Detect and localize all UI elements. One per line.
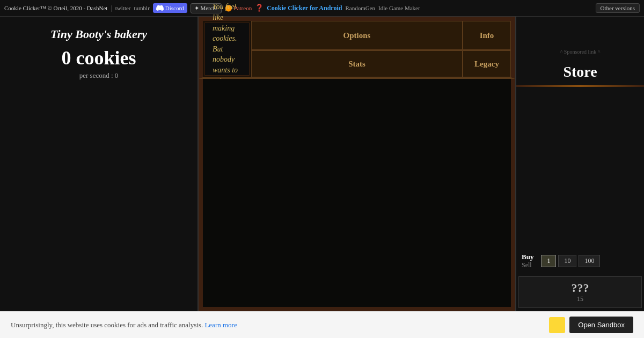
middle-panel: Options You feel like making cookies. Bu… <box>199 17 515 311</box>
sponsored-link: ^ Sponsored link ^ <box>516 17 644 59</box>
qty-10-button[interactable]: 10 <box>558 255 576 267</box>
open-sandbox-button[interactable]: Open Sandbox <box>569 317 633 333</box>
topbar: Cookie Clicker™ © Orteil, 2020 - DashNet… <box>0 0 644 17</box>
android-link[interactable]: Cookie Clicker for Android <box>267 4 342 12</box>
cookie-banner: Unsurprisingly, this website uses cookie… <box>0 311 644 338</box>
tumblr-link[interactable]: tumblr <box>134 5 149 11</box>
tab-info[interactable]: Info <box>463 21 511 50</box>
cookie-count: 0 cookies <box>62 47 136 69</box>
discord-label: Discord <box>165 5 184 11</box>
cookie-yellow-box <box>549 317 565 333</box>
tab-stats[interactable]: Stats <box>251 50 463 77</box>
sell-label: Sell <box>522 261 533 270</box>
list-item[interactable]: ??? 15 <box>518 276 642 308</box>
tab-legacy[interactable]: Legacy <box>463 50 511 77</box>
discord-link[interactable]: Discord <box>153 3 187 13</box>
item-count: 15 <box>577 295 583 303</box>
twitter-link[interactable]: twitter <box>115 5 131 11</box>
learn-more-link[interactable]: Learn more <box>204 321 237 329</box>
idle-game-maker-link[interactable]: Idle Game Maker <box>378 5 420 11</box>
buy-sell-row: Buy Sell 1 10 100 <box>516 249 644 273</box>
copyright-text: Cookie Clicker™ © Orteil, 2020 - DashNet <box>4 5 107 11</box>
message-box: You feel like making cookies. But nobody… <box>204 23 250 76</box>
randomgen-link[interactable]: RandomGen <box>345 5 375 11</box>
left-panel: Tiny Booty's bakery 0 cookies per second… <box>0 17 199 311</box>
right-panel: ^ Sponsored link ^ Store Buy Sell 1 10 1… <box>515 17 644 311</box>
item-icon: ??? <box>572 281 589 295</box>
per-second: per second : 0 <box>79 71 119 80</box>
qty-100-button[interactable]: 100 <box>579 255 600 267</box>
qty-1-button[interactable]: 1 <box>541 255 556 267</box>
tab-options[interactable]: Options <box>251 21 463 50</box>
store-items: ??? 15 <box>516 273 644 311</box>
other-versions-button[interactable]: Other versions <box>596 3 640 13</box>
store-title: Store <box>516 59 644 85</box>
main-layout: Tiny Booty's bakery 0 cookies per second… <box>0 17 644 311</box>
buy-label: Buy <box>522 253 533 262</box>
content-area <box>199 79 515 311</box>
bakery-name: Tiny Booty's bakery <box>50 27 147 41</box>
banner-text: Unsurprisingly, this website uses cookie… <box>11 321 545 329</box>
